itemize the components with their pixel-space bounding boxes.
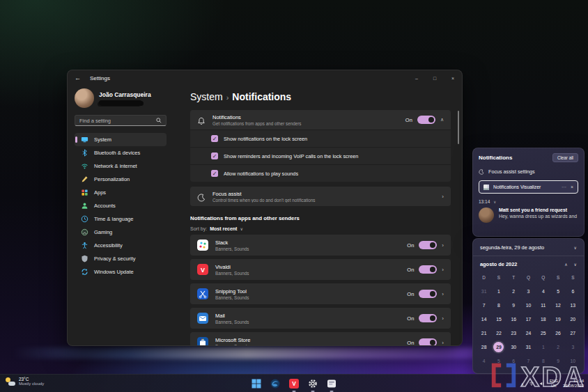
calendar-day-12[interactable]: 12: [550, 298, 565, 312]
collapse-chevron-icon[interactable]: ∧: [440, 117, 444, 123]
start-taskbar-button[interactable]: [251, 378, 262, 389]
calendar-day-30[interactable]: 30: [506, 340, 521, 354]
calendar-day-28[interactable]: 28: [477, 340, 491, 354]
sidebar-item-accounts[interactable]: Accounts: [75, 199, 167, 212]
vivaldi-taskbar-button[interactable]: V: [288, 378, 300, 389]
show-hidden-icons-chevron[interactable]: ∧: [520, 382, 523, 386]
focus-assist-settings-link[interactable]: Focus assist settings: [479, 168, 578, 175]
focus-assist-card[interactable]: Focus assist Control times when you do a…: [190, 187, 451, 206]
sidebar-item-accessibility[interactable]: Accessibility: [75, 239, 167, 252]
breadcrumb-parent[interactable]: System: [190, 91, 223, 102]
sidebar-item-system[interactable]: System: [75, 133, 167, 146]
calendar-day-20[interactable]: 20: [566, 312, 580, 326]
calendar-day-31[interactable]: 31: [521, 340, 536, 354]
sidebar-item-privacy[interactable]: Privacy & security: [75, 252, 167, 265]
calendar-day-29-selected[interactable]: 29: [491, 340, 506, 354]
calendar-day-13[interactable]: 13: [566, 298, 580, 312]
notification-group-header[interactable]: Notifications Visualizer ⋯ ×: [479, 180, 578, 194]
checkbox-row-2[interactable]: ✓Allow notifications to play sounds: [190, 164, 451, 182]
sidebar-item-gaming[interactable]: Gaming: [75, 226, 167, 239]
calendar-collapse-icon[interactable]: ∨: [574, 245, 577, 250]
calendar-day-10[interactable]: 10: [566, 354, 580, 368]
clock-widget[interactable]: 13:14 29/08/2022: [563, 379, 584, 389]
visualizer-taskbar-button[interactable]: [326, 378, 337, 389]
calendar-day-24[interactable]: 24: [521, 326, 536, 340]
checkbox-row-1[interactable]: ✓Show reminders and incoming VoIP calls …: [190, 147, 451, 164]
calendar-day-15[interactable]: 15: [491, 312, 506, 326]
calendar-prev-month-icon[interactable]: ∧: [564, 262, 567, 267]
calendar-day-17[interactable]: 17: [521, 312, 536, 326]
edge-taskbar-button[interactable]: [270, 378, 281, 389]
wifi-icon[interactable]: [529, 381, 534, 386]
app-row-store[interactable]: Microsoft StoreBanners, SoundsOn›: [190, 332, 451, 346]
calendar-day-8[interactable]: 8: [491, 298, 506, 312]
app-row-vivaldi[interactable]: VVivaldiBanners, SoundsOn›: [190, 259, 451, 280]
calendar-day-31[interactable]: 31: [477, 284, 491, 298]
checkbox-checked-icon[interactable]: ✓: [211, 170, 218, 177]
calendar-day-4[interactable]: 4: [536, 284, 550, 298]
user-profile[interactable]: João Carrasqueira: [75, 88, 167, 108]
calendar-day-4[interactable]: 4: [477, 354, 491, 368]
search-input[interactable]: [79, 118, 156, 124]
scrollbar-thumb[interactable]: [458, 111, 459, 144]
calendar-next-month-icon[interactable]: ∨: [574, 262, 577, 267]
calendar-day-10[interactable]: 10: [521, 298, 536, 312]
calendar-day-11[interactable]: 11: [536, 298, 550, 312]
sidebar-item-apps[interactable]: Apps: [75, 186, 167, 199]
calendar-day-1[interactable]: 1: [536, 340, 550, 354]
minimize-button[interactable]: –: [408, 70, 426, 86]
calendar-day-8[interactable]: 8: [536, 354, 550, 368]
slack-toggle[interactable]: [419, 241, 437, 249]
calendar-day-19[interactable]: 19: [550, 312, 565, 326]
snipping-toggle[interactable]: [419, 290, 437, 298]
notification-item[interactable]: Matt sent you a friend request Hey, wann…: [479, 207, 578, 223]
calendar-day-5[interactable]: 5: [550, 284, 565, 298]
search-box[interactable]: [75, 115, 167, 126]
weather-widget[interactable]: 23°C Mostly cloudy: [6, 377, 44, 386]
calendar-day-3[interactable]: 3: [521, 284, 536, 298]
dismiss-icon[interactable]: ×: [571, 185, 573, 189]
calendar-day-26[interactable]: 26: [550, 326, 565, 340]
calendar-day-6[interactable]: 6: [566, 284, 580, 298]
calendar-day-1[interactable]: 1: [491, 284, 506, 298]
volume-icon[interactable]: [539, 381, 545, 386]
app-row-snipping[interactable]: Snipping ToolBanners, SoundsOn›: [190, 283, 451, 304]
checkbox-row-0[interactable]: ✓Show notifications on the lock screen: [190, 130, 451, 147]
app-row-mail[interactable]: MailBanners, SoundsOn›: [190, 308, 451, 329]
calendar-day-7[interactable]: 7: [521, 354, 536, 368]
calendar-day-16[interactable]: 16: [506, 312, 521, 326]
calendar-day-21[interactable]: 21: [477, 326, 491, 340]
calendar-day-22[interactable]: 22: [491, 326, 506, 340]
close-button[interactable]: ×: [444, 70, 462, 86]
app-row-slack[interactable]: SlackBanners, SoundsOn›: [190, 235, 451, 256]
calendar-day-25[interactable]: 25: [536, 326, 550, 340]
calendar-day-2[interactable]: 2: [550, 340, 565, 354]
calendar-day-9[interactable]: 9: [506, 298, 521, 312]
sidebar-item-network[interactable]: Network & internet: [75, 159, 167, 173]
back-icon[interactable]: ←: [75, 75, 86, 81]
calendar-day-7[interactable]: 7: [477, 298, 491, 312]
calendar-day-6[interactable]: 6: [506, 354, 521, 368]
notification-timestamp[interactable]: 13:14 ∨: [479, 199, 578, 204]
vivaldi-toggle[interactable]: [419, 265, 437, 274]
sidebar-item-time[interactable]: Time & language: [75, 212, 167, 226]
sidebar-item-bluetooth[interactable]: Bluetooth & devices: [75, 146, 167, 159]
calendar-day-5[interactable]: 5: [491, 354, 506, 368]
sidebar-item-personalization[interactable]: Personalization: [75, 173, 167, 186]
master-toggle[interactable]: [417, 116, 435, 124]
more-options-icon[interactable]: ⋯: [562, 185, 566, 190]
sidebar-item-update[interactable]: Windows Update: [75, 265, 167, 279]
notifications-master-card[interactable]: Notifications Get notifications from app…: [190, 110, 451, 130]
calendar-day-23[interactable]: 23: [506, 326, 521, 340]
calendar-day-3[interactable]: 3: [566, 340, 580, 354]
language-indicator[interactable]: ENG UK: [550, 379, 558, 388]
calendar-day-27[interactable]: 27: [566, 326, 580, 340]
maximize-button[interactable]: □: [426, 70, 444, 86]
checkbox-checked-icon[interactable]: ✓: [211, 135, 218, 142]
clear-all-button[interactable]: Clear all: [552, 153, 578, 162]
sort-dropdown[interactable]: Sort by: Most recent ∨: [190, 226, 451, 231]
checkbox-checked-icon[interactable]: ✓: [211, 152, 218, 159]
calendar-day-2[interactable]: 2: [506, 284, 521, 298]
calendar-day-18[interactable]: 18: [536, 312, 550, 326]
settings-taskbar-button[interactable]: [307, 378, 318, 389]
